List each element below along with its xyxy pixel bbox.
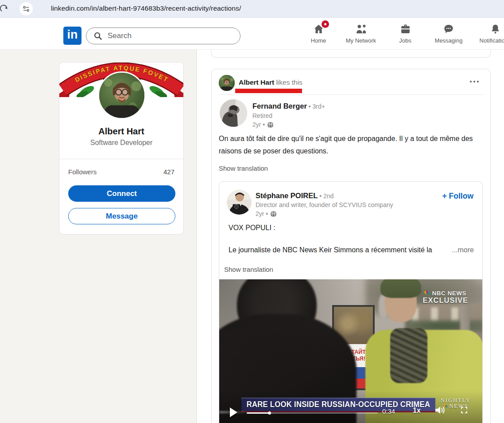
shared-author-name-row: Stéphane POIREL • 2nd — [256, 192, 333, 200]
shared-author-name[interactable]: Stéphane POIREL — [256, 192, 318, 200]
fullscreen-icon[interactable] — [460, 406, 468, 414]
video-player[interactable]: РАБОТАЙТЕ, БРАТЬЯ! — [219, 279, 483, 423]
shared-author-headline: Director and writer, founder of SCYVIUS … — [256, 201, 393, 208]
nav-notifications[interactable]: Notifications — [471, 18, 504, 50]
profile-name: Albert Hart — [59, 126, 183, 137]
video-progress-bar[interactable] — [247, 412, 378, 414]
follow-button[interactable]: + Follow — [442, 192, 474, 201]
nav-my-network[interactable]: My Network — [338, 18, 384, 50]
context-action: likes this — [274, 78, 302, 86]
avatar-stephane-poirel[interactable] — [227, 190, 252, 215]
nav-jobs[interactable]: Jobs — [384, 18, 426, 50]
author-time-row: 2yr • — [252, 121, 274, 128]
messaging-icon — [443, 24, 454, 35]
video-chyron: RARE LOOK INSIDE RUSSIAN-OCCUPIED CRIMEA — [241, 398, 435, 411]
profile-headline: Software Developer — [59, 139, 183, 147]
feed: Albert Hart likes this Fernand Berger • … — [197, 50, 504, 423]
playback-speed-button[interactable]: 1x — [413, 407, 421, 415]
linkedin-logo[interactable]: in — [63, 27, 81, 45]
top-nav: Home My Network — [299, 18, 504, 50]
browser-url-bar: linkedin.com/in/albert-hart-974683b3/rec… — [0, 0, 504, 18]
avatar-albert-hart-small[interactable] — [219, 75, 235, 91]
like-highlight-bar — [235, 89, 302, 93]
notifications-icon — [490, 24, 501, 35]
author-name[interactable]: Fernand Berger — [252, 102, 307, 110]
progress-fill — [247, 412, 270, 414]
followers-count: 427 — [163, 168, 174, 176]
post-age: 2yr • — [252, 121, 265, 128]
connect-button[interactable]: Connect — [68, 185, 175, 202]
globe-icon — [267, 121, 274, 128]
notification-badge — [322, 20, 329, 28]
author-degree: • 3rd+ — [307, 103, 325, 110]
divider — [219, 94, 483, 95]
my-network-icon — [355, 24, 367, 35]
site-settings-icon[interactable] — [19, 2, 33, 16]
linkedin-header: in Home — [0, 18, 504, 50]
shared-text-line2: Le journaliste de NBC News Keir Simmons … — [229, 246, 432, 254]
url-text[interactable]: linkedin.com/in/albert-hart-974683b3/rec… — [51, 4, 241, 12]
author-name-row: Fernand Berger • 3rd+ — [252, 102, 325, 110]
show-translation-link[interactable]: Show translation — [219, 164, 268, 172]
nav-messaging[interactable]: Messaging — [426, 18, 471, 50]
progress-knob[interactable] — [268, 411, 271, 415]
search-icon — [93, 31, 102, 40]
page-body: DISSIPAT ATQUE FOVET Albert Hart Softwar… — [0, 50, 504, 423]
shared-post-card: Stéphane POIREL • 2nd Director and write… — [219, 181, 483, 423]
post-options-button[interactable] — [468, 79, 481, 84]
followers-label: Followers — [68, 168, 97, 176]
shared-author-degree: • 2nd — [318, 192, 333, 200]
shared-show-translation-link[interactable]: Show translation — [224, 266, 273, 273]
post-card: Albert Hart likes this Fernand Berger • … — [211, 69, 491, 423]
post-body-text: On aura tôt fait de dire qu'il ne s'agit… — [219, 133, 485, 157]
context-actor-name[interactable]: Albert Hart — [239, 78, 274, 86]
post-context: Albert Hart likes this — [239, 78, 302, 86]
search-input[interactable] — [108, 31, 223, 40]
shared-post-age: 2yr • — [256, 210, 268, 217]
avatar-albert-hart[interactable] — [98, 71, 146, 119]
shared-text-line1: VOX POPULI : — [229, 224, 275, 232]
shared-text-line2-row: Le journaliste de NBC News Keir Simmons … — [229, 246, 474, 254]
video-time: 0:34 — [382, 407, 395, 415]
volume-icon[interactable] — [434, 405, 446, 415]
message-button[interactable]: Message — [68, 208, 175, 224]
reload-icon[interactable] — [0, 4, 9, 14]
play-button[interactable] — [230, 407, 237, 417]
followers-row: Followers 427 — [68, 168, 174, 176]
jobs-icon — [400, 24, 411, 35]
divider — [59, 159, 183, 159]
profile-card: DISSIPAT ATQUE FOVET Albert Hart Softwar… — [59, 62, 184, 235]
left-rail: DISSIPAT ATQUE FOVET Albert Hart Softwar… — [0, 50, 197, 423]
nbc-watermark: NBC NEWS EXCLUSIVE — [423, 290, 468, 305]
author-headline: Retired — [252, 112, 272, 119]
avatar-fernand-berger[interactable] — [220, 99, 247, 127]
search-box[interactable] — [86, 27, 240, 44]
shared-time-row: 2yr • — [256, 210, 277, 217]
previous-card-remnant — [211, 50, 491, 58]
nav-home[interactable]: Home — [299, 18, 338, 50]
chyron-text: RARE LOOK INSIDE RUSSIAN-OCCUPIED CRIMEA — [247, 400, 430, 409]
globe-icon — [270, 211, 277, 217]
screen: linkedin.com/in/albert-hart-974683b3/rec… — [0, 0, 504, 423]
nbc-peacock-icon — [423, 291, 430, 296]
see-more-link[interactable]: ...more — [452, 246, 474, 254]
